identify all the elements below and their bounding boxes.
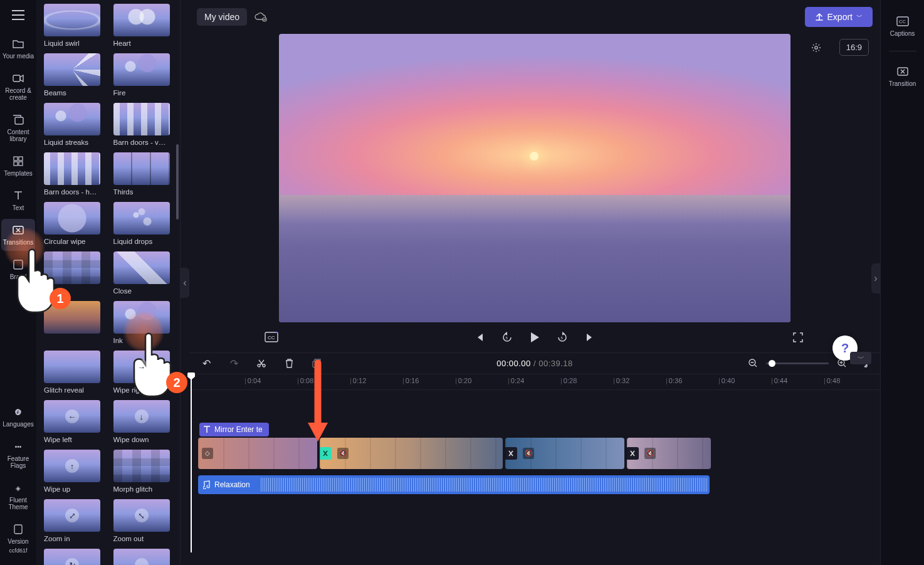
transition-thumb[interactable] — [113, 301, 170, 334]
transition-card[interactable]: →Wipe right — [113, 351, 176, 394]
transition-thumb[interactable] — [44, 301, 100, 334]
transition-thumb[interactable] — [113, 53, 170, 86]
export-button[interactable]: Export ﹀ — [805, 7, 873, 27]
transition-thumb[interactable]: → — [113, 549, 170, 565]
text-clip[interactable]: Mirror Enter te — [199, 423, 269, 436]
video-name-field[interactable]: My video — [197, 8, 247, 26]
sidebar-item-feature-flags[interactable]: ••• Feature Flags — [1, 435, 35, 474]
transition-thumb[interactable] — [113, 202, 170, 235]
sidebar-item-record-create[interactable]: Record & create — [1, 67, 35, 106]
transition-thumb[interactable] — [44, 103, 100, 135]
video-preview[interactable] — [279, 34, 790, 322]
clip-fx-icon[interactable]: ◇ — [202, 448, 213, 459]
step-forward-button[interactable]: 5 — [554, 329, 570, 346]
clip-mute-icon[interactable]: 🔇 — [523, 448, 534, 459]
sidebar-item-templates[interactable]: Templates — [1, 150, 35, 182]
sidebar-item-fluent-theme[interactable]: ◈ Fluent Theme — [1, 477, 35, 515]
transition-card[interactable]: Liquid drops — [113, 202, 176, 245]
transition-thumb[interactable] — [44, 351, 100, 383]
clip-mute-icon[interactable]: 🔇 — [644, 448, 656, 459]
transition-card[interactable]: Beams — [44, 53, 106, 97]
transition-card[interactable]: ↻ — [44, 549, 106, 565]
play-button[interactable] — [527, 329, 543, 346]
skip-end-button[interactable] — [582, 329, 598, 346]
transition-card[interactable] — [44, 301, 106, 344]
transition-card[interactable]: Glitch reveal — [44, 351, 106, 394]
transition-card[interactable]: Liquid streaks — [44, 103, 106, 146]
video-clip-1[interactable]: ◇ — [198, 438, 317, 469]
transition-thumb[interactable]: ← — [44, 400, 100, 433]
transition-card[interactable]: ←Wipe left — [44, 400, 106, 443]
sidebar-item-content-library[interactable]: Content library — [1, 108, 35, 147]
fullscreen-button[interactable] — [790, 329, 806, 346]
transition-card[interactable]: Close — [113, 251, 176, 295]
transition-card[interactable]: ⤡Zoom out — [113, 499, 176, 542]
transition-thumb[interactable] — [113, 152, 170, 185]
transition-card[interactable]: Liquid swirl — [44, 4, 106, 47]
transition-card[interactable]: Circular wipe — [44, 202, 106, 245]
transition-card[interactable]: Fire — [113, 53, 176, 97]
transition-thumb[interactable] — [44, 251, 100, 284]
split-button[interactable] — [253, 355, 270, 371]
timeline[interactable]: Mirror Enter te ◇ 🔇 🔇 — [189, 390, 880, 565]
svg-text:CC: CC — [268, 335, 275, 341]
transition-thumb[interactable] — [113, 251, 170, 284]
svg-rect-4 — [14, 162, 18, 166]
right-rail-captions[interactable]: CC Captions — [883, 10, 923, 42]
sync-status-icon[interactable] — [255, 11, 267, 23]
duplicate-button[interactable] — [308, 355, 325, 371]
transition-card[interactable]: Barn doors - h… — [44, 152, 106, 196]
sidebar-item-version[interactable]: Version ccfd61f — [1, 518, 35, 559]
svg-point-16 — [263, 364, 265, 367]
transitions-panel[interactable]: Liquid swirlHeartBeamsFireLiquid streaks… — [36, 0, 181, 565]
transition-thumb[interactable] — [44, 53, 100, 86]
transition-thumb[interactable]: ⤡ — [113, 499, 170, 532]
transition-card[interactable]: Thirds — [113, 152, 176, 196]
captions-toggle-button[interactable]: CC — [263, 329, 280, 346]
zoom-out-button[interactable] — [745, 355, 761, 371]
redo-button[interactable]: ↷ — [226, 355, 242, 371]
transition-card[interactable]: Ink — [113, 301, 176, 344]
undo-button[interactable]: ↶ — [198, 355, 214, 371]
zoom-slider[interactable] — [766, 362, 829, 364]
transition-thumb[interactable] — [113, 103, 170, 135]
delete-button[interactable] — [281, 355, 297, 371]
right-rail-transition[interactable]: Transition — [883, 60, 923, 92]
video-clip-4[interactable]: 🔇 — [627, 438, 711, 469]
sidebar-item-brand[interactable]: Brand — [1, 253, 35, 285]
clip-mute-icon[interactable]: 🔇 — [337, 448, 349, 459]
transition-card[interactable]: Morph glitch — [113, 450, 176, 493]
sidebar-item-transitions[interactable]: Transitions — [1, 219, 35, 251]
transition-card[interactable]: → — [113, 549, 176, 565]
sidebar-item-languages[interactable]: 🅐 Languages — [1, 401, 35, 433]
timeline-ruler[interactable]: |0:04|0:08|0:12|0:16|0:20|0:24|0:28|0:32… — [189, 374, 880, 390]
transition-thumb[interactable] — [113, 4, 170, 36]
transition-thumb[interactable]: ↓ — [113, 400, 170, 433]
transition-card[interactable]: ↓Wipe down — [113, 400, 176, 443]
transition-thumb[interactable] — [44, 152, 100, 185]
transition-thumb[interactable]: ↻ — [44, 549, 100, 565]
transition-thumb[interactable] — [44, 4, 100, 36]
transition-thumb[interactable]: ⤢ — [44, 499, 100, 532]
transition-thumb[interactable] — [113, 450, 170, 482]
right-panel-expand-button[interactable]: › — [871, 263, 880, 293]
video-clip-2[interactable]: 🔇 — [320, 438, 503, 469]
audio-clip[interactable]: Relaxation — [198, 475, 710, 494]
hamburger-menu[interactable] — [9, 6, 27, 24]
transition-card[interactable]: ↑Wipe up — [44, 450, 106, 493]
step-back-button[interactable]: 5 — [499, 329, 515, 346]
transition-card[interactable]: Barn doors - ve… — [113, 103, 176, 146]
scrollbar-thumb[interactable] — [176, 144, 179, 219]
skip-start-button[interactable] — [471, 329, 488, 346]
transition-card[interactable]: Heart — [113, 4, 176, 47]
transition-thumb[interactable]: → — [113, 351, 170, 383]
expand-properties-button[interactable]: ﹀ — [850, 352, 871, 364]
video-clip-3[interactable]: 🔇 — [505, 438, 624, 469]
sidebar-item-text[interactable]: Text — [1, 184, 35, 216]
transition-card[interactable]: ⤢Zoom in — [44, 499, 106, 542]
transition-thumb[interactable]: ↑ — [44, 450, 100, 482]
transition-card[interactable]: Tiles — [44, 251, 106, 295]
collapse-button[interactable]: ‹ — [181, 268, 189, 298]
transition-thumb[interactable] — [44, 202, 100, 235]
sidebar-item-your-media[interactable]: Your media — [1, 33, 35, 65]
